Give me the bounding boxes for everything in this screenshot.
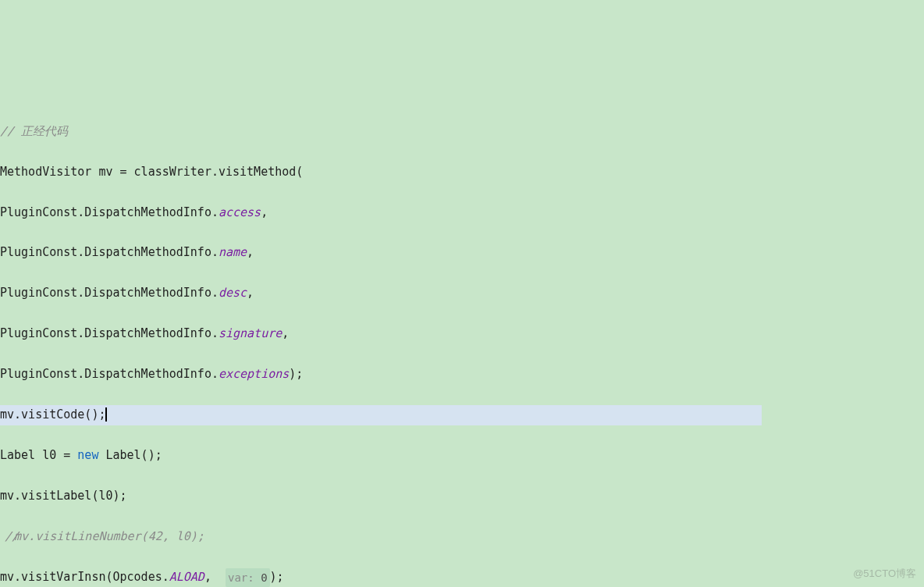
parameter-hint: var: 0 xyxy=(226,568,270,587)
code-text: PluginConst.DispatchMethodInfo. xyxy=(0,324,219,344)
code-line[interactable]: PluginConst.DispatchMethodInfo.access, xyxy=(0,203,924,223)
code-text: , xyxy=(282,324,289,344)
code-line-active[interactable]: mv.visitCode(); xyxy=(0,405,762,425)
code-text: mv.visitLabel(l0); xyxy=(0,486,127,507)
code-line[interactable]: mv.visitLabel(l0); xyxy=(0,486,924,507)
code-text: MethodVisitor mv = classWriter.visitMeth… xyxy=(0,162,303,183)
code-editor[interactable]: // 正经代码 MethodVisitor mv = classWriter.v… xyxy=(0,81,924,587)
code-line[interactable]: // 正经代码 xyxy=(0,122,924,142)
code-text: PluginConst.DispatchMethodInfo. xyxy=(0,243,219,263)
code-text: PluginConst.DispatchMethodInfo. xyxy=(0,365,219,385)
comment: // 正经代码 xyxy=(0,122,68,142)
code-text: , xyxy=(247,243,254,263)
text-cursor xyxy=(105,407,107,422)
comment: mv.visitLineNumber(42, l0); xyxy=(0,527,204,547)
field-ref: exceptions xyxy=(219,365,289,385)
code-text: ); xyxy=(289,365,303,385)
field-ref: access xyxy=(219,203,261,223)
code-line[interactable]: PluginConst.DispatchMethodInfo.name, xyxy=(0,243,924,263)
code-text: PluginConst.DispatchMethodInfo. xyxy=(0,203,219,223)
field-ref: desc xyxy=(219,283,247,304)
gutter-comment-marker: // xyxy=(5,527,19,547)
code-text: PluginConst.DispatchMethodInfo. xyxy=(0,283,219,304)
field-ref: name xyxy=(219,243,247,263)
code-line[interactable]: PluginConst.DispatchMethodInfo.signature… xyxy=(0,324,924,344)
code-line[interactable]: PluginConst.DispatchMethodInfo.desc, xyxy=(0,283,924,304)
field-ref: signature xyxy=(219,324,282,344)
field-ref: ALOAD xyxy=(169,567,204,587)
code-line[interactable]: mv.visitVarInsn(Opcodes.ALOAD, var: 0); xyxy=(0,567,924,587)
code-line[interactable]: Label l0 = new Label(); xyxy=(0,446,924,466)
code-text: Label l0 = xyxy=(0,446,77,466)
code-text: , xyxy=(247,283,254,304)
code-text: Label(); xyxy=(98,446,162,466)
code-text: , xyxy=(204,567,226,587)
code-text: mv.visitCode(); xyxy=(0,405,105,425)
code-line[interactable]: MethodVisitor mv = classWriter.visitMeth… xyxy=(0,162,924,183)
code-line[interactable]: // mv.visitLineNumber(42, l0); xyxy=(0,527,924,547)
keyword: new xyxy=(77,446,98,466)
code-text: ); xyxy=(270,567,284,587)
code-text: mv.visitVarInsn(Opcodes. xyxy=(0,567,169,587)
code-line[interactable]: PluginConst.DispatchMethodInfo.exception… xyxy=(0,365,924,385)
code-text: , xyxy=(261,203,268,223)
